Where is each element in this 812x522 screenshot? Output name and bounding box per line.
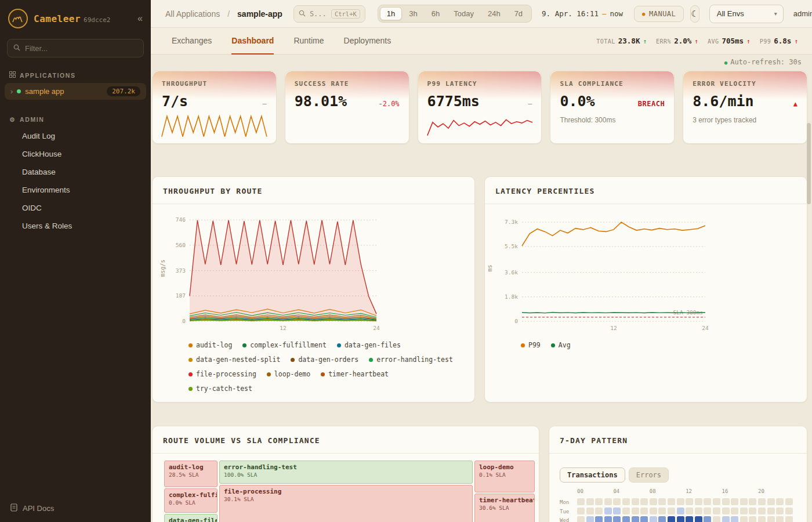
heatmap-cell[interactable] bbox=[767, 498, 775, 505]
heatmap-cell[interactable] bbox=[604, 498, 612, 505]
heatmap-cell[interactable] bbox=[785, 516, 793, 522]
sidebar-item-audit-log[interactable]: Audit Log bbox=[0, 127, 151, 145]
heatmap-cell[interactable] bbox=[704, 498, 711, 505]
sidebar-item-users-roles[interactable]: Users & Roles bbox=[0, 217, 151, 235]
legend-item[interactable]: complex-fulfillment bbox=[242, 341, 327, 349]
heatmap-cell[interactable] bbox=[640, 516, 648, 522]
heatmap-cell[interactable] bbox=[758, 507, 766, 514]
api-docs-link[interactable]: API Docs bbox=[0, 495, 151, 522]
heatmap-cell[interactable] bbox=[731, 516, 738, 522]
time-range-3h[interactable]: 3h bbox=[402, 7, 424, 20]
heatmap-cell[interactable] bbox=[686, 516, 693, 522]
heatmap-cell[interactable] bbox=[595, 516, 603, 522]
heatmap-cell[interactable] bbox=[613, 516, 621, 522]
heatmap-cell[interactable] bbox=[722, 516, 730, 522]
sidebar-item-oidc[interactable]: OIDC bbox=[0, 199, 151, 217]
filter-input[interactable] bbox=[25, 44, 137, 53]
heatmap-cell[interactable] bbox=[713, 498, 720, 505]
date-range[interactable]: 9. Apr. 16:11 — now bbox=[542, 9, 623, 18]
legend-item[interactable]: error-handling-test bbox=[369, 356, 453, 364]
heatmap-cell[interactable] bbox=[595, 507, 603, 514]
heatmap-cell[interactable] bbox=[677, 516, 684, 522]
heatmap-cell[interactable] bbox=[758, 498, 766, 505]
manual-mode-button[interactable]: ● MANUAL bbox=[634, 6, 684, 22]
heatmap-cell[interactable] bbox=[722, 507, 730, 514]
heatmap-cell[interactable] bbox=[713, 507, 720, 514]
heatmap-cell[interactable] bbox=[586, 516, 594, 522]
heatmap-cell[interactable] bbox=[686, 507, 693, 514]
heatmap-cell[interactable] bbox=[622, 498, 630, 505]
theme-toggle-button[interactable]: ☾ bbox=[690, 5, 699, 23]
global-search[interactable]: Ctrl+K bbox=[293, 5, 365, 23]
heatmap-cell[interactable] bbox=[613, 498, 621, 505]
heatmap-cell[interactable] bbox=[677, 498, 684, 505]
legend-item[interactable]: loop-demo bbox=[267, 370, 310, 378]
treemap-tile-audit-log[interactable]: audit-log28.5% SLA bbox=[164, 461, 217, 487]
time-range-1h[interactable]: 1h bbox=[380, 7, 402, 20]
heatmap-cell[interactable] bbox=[668, 516, 675, 522]
heatmap-cell[interactable] bbox=[632, 498, 639, 505]
time-range-today[interactable]: Today bbox=[447, 7, 481, 20]
heatmap-cell[interactable] bbox=[668, 507, 675, 514]
heatmap-cell[interactable] bbox=[595, 498, 603, 505]
heatmap-cell[interactable] bbox=[577, 507, 585, 514]
heatmap-cell[interactable] bbox=[632, 516, 639, 522]
sidebar-item-clickhouse[interactable]: ClickHouse bbox=[0, 145, 151, 163]
heatmap-cell[interactable] bbox=[604, 507, 612, 514]
heatmap-cell[interactable] bbox=[704, 507, 711, 514]
heatmap-cell[interactable] bbox=[767, 516, 775, 522]
treemap-tile-data-gen-files[interactable]: data-gen-files100.0% SLA bbox=[164, 514, 217, 522]
legend-item[interactable]: P99 bbox=[521, 341, 541, 349]
time-range-7d[interactable]: 7d bbox=[507, 7, 530, 20]
heatmap-cell[interactable] bbox=[776, 498, 784, 505]
heatmap-cell[interactable] bbox=[749, 516, 756, 522]
heatmap-cell[interactable] bbox=[658, 507, 666, 514]
heatmap-cell[interactable] bbox=[586, 507, 594, 514]
heatmap-cell[interactable] bbox=[577, 498, 585, 505]
heatmap-cell[interactable] bbox=[749, 498, 756, 505]
scrollbar-thumb[interactable] bbox=[807, 123, 811, 204]
heatmap-cell[interactable] bbox=[785, 507, 793, 514]
heatmap-cell[interactable] bbox=[640, 498, 648, 505]
legend-item[interactable]: try-catch-test bbox=[188, 385, 252, 393]
heatmap-cell[interactable] bbox=[586, 498, 594, 505]
heatmap-cell[interactable] bbox=[758, 516, 766, 522]
heatmap-cell[interactable] bbox=[722, 498, 730, 505]
toggle-transactions[interactable]: Transactions bbox=[560, 467, 625, 483]
legend-item[interactable]: data-gen-nested-split bbox=[188, 356, 280, 364]
heatmap-cell[interactable] bbox=[604, 516, 612, 522]
heatmap-cell[interactable] bbox=[767, 507, 775, 514]
breadcrumb-root[interactable]: All Applications bbox=[165, 9, 220, 19]
heatmap-cell[interactable] bbox=[731, 498, 738, 505]
heatmap-cell[interactable] bbox=[622, 516, 630, 522]
legend-item[interactable]: timer-heartbeat bbox=[321, 370, 389, 378]
heatmap-cell[interactable] bbox=[650, 498, 657, 505]
heatmap-cell[interactable] bbox=[740, 516, 748, 522]
legend-item[interactable]: Avg bbox=[551, 341, 571, 349]
heatmap-cell[interactable] bbox=[713, 516, 720, 522]
treemap-tile-timer-heartbeat[interactable]: timer-heartbeat30.6% SLA bbox=[474, 494, 535, 522]
heatmap-cell[interactable] bbox=[695, 498, 702, 505]
heatmap-cell[interactable] bbox=[695, 507, 702, 514]
tab-runtime[interactable]: Runtime bbox=[293, 28, 324, 55]
heatmap-cell[interactable] bbox=[785, 498, 793, 505]
heatmap-cell[interactable] bbox=[668, 498, 675, 505]
heatmap-cell[interactable] bbox=[640, 507, 648, 514]
heatmap-cell[interactable] bbox=[704, 516, 711, 522]
heatmap-cell[interactable] bbox=[650, 507, 657, 514]
heatmap-cell[interactable] bbox=[776, 516, 784, 522]
env-select[interactable]: All Envs ▾ bbox=[709, 5, 784, 23]
treemap-tile-error-handling-test[interactable]: error-handling-test100.0% SLA bbox=[219, 461, 473, 484]
heatmap-cell[interactable] bbox=[622, 507, 630, 514]
heatmap-cell[interactable] bbox=[677, 507, 684, 514]
heatmap-cell[interactable] bbox=[740, 507, 748, 514]
heatmap-cell[interactable] bbox=[749, 507, 756, 514]
chevron-right-icon[interactable]: › bbox=[10, 87, 13, 96]
legend-item[interactable]: data-gen-orders bbox=[291, 356, 358, 364]
tab-exchanges[interactable]: Exchanges bbox=[172, 28, 212, 55]
time-range-6h[interactable]: 6h bbox=[425, 7, 447, 20]
sidebar-collapse-button[interactable]: « bbox=[137, 13, 143, 24]
legend-item[interactable]: audit-log bbox=[188, 341, 232, 349]
heatmap-cell[interactable] bbox=[650, 516, 657, 522]
treemap-tile-loop-demo[interactable]: loop-demo0.1% SLA bbox=[474, 461, 535, 492]
